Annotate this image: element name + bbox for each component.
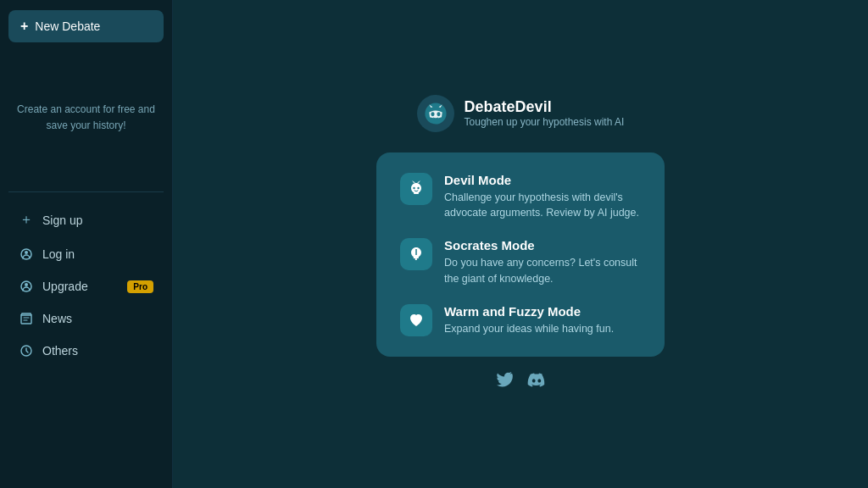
sidebar-item-label: Sign up bbox=[42, 214, 82, 227]
devil-mode-text: Devil Mode Challenge your hypothesis wit… bbox=[444, 173, 641, 222]
svg-point-7 bbox=[413, 186, 415, 188]
sidebar: + New Debate Create an account for free … bbox=[0, 0, 173, 488]
devil-mode-icon bbox=[400, 173, 432, 205]
sidebar-divider bbox=[8, 191, 164, 192]
sidebar-item-label: News bbox=[42, 312, 72, 325]
upgrade-icon bbox=[19, 280, 34, 293]
sidebar-item-signup[interactable]: ＋ Sign up bbox=[8, 202, 164, 237]
twitter-icon[interactable] bbox=[495, 370, 514, 393]
plus-icon: ＋ bbox=[19, 211, 34, 229]
news-icon bbox=[19, 312, 34, 325]
app-title: DebateDevil bbox=[465, 98, 625, 116]
devil-mode-desc: Challenge your hypothesis with devil's a… bbox=[444, 190, 641, 222]
main-content: DebateDevil Toughen up your hypothesis w… bbox=[173, 0, 868, 488]
sidebar-navigation: ＋ Sign up Log in Upg bbox=[8, 202, 164, 366]
socrates-mode-icon bbox=[400, 238, 432, 270]
svg-point-3 bbox=[25, 283, 28, 286]
svg-point-6 bbox=[437, 112, 440, 116]
svg-point-8 bbox=[417, 186, 419, 188]
sidebar-item-label: Upgrade bbox=[42, 280, 88, 293]
new-debate-button[interactable]: + New Debate bbox=[8, 10, 164, 42]
svg-point-1 bbox=[25, 251, 28, 254]
social-row bbox=[495, 370, 546, 393]
sidebar-item-others[interactable]: Others bbox=[8, 336, 164, 366]
discord-icon[interactable] bbox=[527, 370, 546, 393]
warmfuzzy-mode-item[interactable]: Warm and Fuzzy Mode Expand your ideas wh… bbox=[400, 304, 641, 337]
sidebar-item-news[interactable]: News bbox=[8, 303, 164, 334]
svg-point-5 bbox=[431, 112, 434, 116]
login-icon bbox=[19, 247, 34, 261]
warmfuzzy-mode-icon bbox=[400, 304, 432, 336]
devil-mode-item[interactable]: Devil Mode Challenge your hypothesis wit… bbox=[400, 173, 641, 222]
warmfuzzy-mode-text: Warm and Fuzzy Mode Expand your ideas wh… bbox=[444, 304, 614, 337]
devil-mode-title: Devil Mode bbox=[444, 173, 641, 187]
socrates-mode-desc: Do you have any concerns? Let's consult … bbox=[444, 255, 641, 287]
others-icon bbox=[19, 344, 34, 358]
socrates-mode-text: Socrates Mode Do you have any concerns? … bbox=[444, 238, 641, 287]
socrates-mode-item[interactable]: Socrates Mode Do you have any concerns? … bbox=[400, 238, 641, 287]
socrates-mode-title: Socrates Mode bbox=[444, 238, 641, 252]
plus-icon: + bbox=[20, 19, 28, 34]
app-subtitle: Toughen up your hypothesis with AI bbox=[465, 116, 625, 128]
app-header: DebateDevil Toughen up your hypothesis w… bbox=[417, 95, 625, 132]
sidebar-item-login[interactable]: Log in bbox=[8, 239, 164, 269]
modes-card: Devil Mode Challenge your hypothesis wit… bbox=[376, 152, 665, 358]
warmfuzzy-mode-title: Warm and Fuzzy Mode bbox=[444, 304, 614, 319]
sidebar-item-label: Log in bbox=[42, 247, 75, 261]
sidebar-item-label: Others bbox=[42, 344, 78, 358]
pro-badge: Pro bbox=[127, 280, 153, 293]
app-title-group: DebateDevil Toughen up your hypothesis w… bbox=[465, 98, 625, 128]
new-debate-label: New Debate bbox=[35, 19, 100, 33]
sidebar-item-upgrade[interactable]: Upgrade Pro bbox=[8, 271, 164, 302]
app-logo bbox=[417, 95, 454, 132]
account-message: Create an account for free and save your… bbox=[8, 51, 164, 185]
warmfuzzy-mode-desc: Expand your ideas while having fun. bbox=[444, 321, 614, 337]
